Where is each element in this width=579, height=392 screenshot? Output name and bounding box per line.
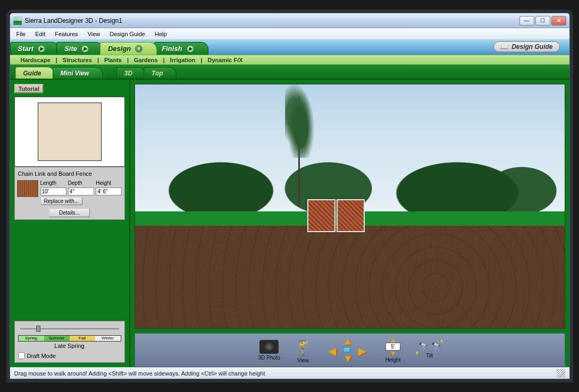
view-tab-bar: Guide Mini View 3D Top <box>10 65 569 80</box>
season-slider[interactable] <box>18 325 121 333</box>
main-area: Tutorial Chain Link and Board Fence Leng… <box>10 80 569 367</box>
current-season-label: Late Spring <box>18 343 121 349</box>
cat-gardens[interactable]: Gardens <box>129 57 163 63</box>
length-input[interactable] <box>40 188 66 195</box>
height-header: Height <box>96 180 122 186</box>
svg-point-2 <box>18 17 21 20</box>
fence-panel <box>307 199 335 232</box>
app-icon <box>13 16 22 25</box>
season-strip: Spring Summer Fall Winter <box>18 335 121 342</box>
draft-mode-label: Draft Mode <box>27 353 56 359</box>
season-summer: Summer <box>44 336 70 341</box>
season-spring: Spring <box>19 336 44 341</box>
tilt-up-icon: ▲ <box>439 337 444 343</box>
step-start[interactable]: Start▶ <box>10 42 60 55</box>
menu-help[interactable]: Help <box>150 30 171 38</box>
play-icon: ▶ <box>38 45 45 53</box>
status-text: Drag mouse to walk around! Adding <Shift… <box>14 370 265 377</box>
play-icon: ▶ <box>187 45 194 53</box>
resize-grip[interactable] <box>557 369 565 378</box>
tilt-control[interactable]: 🔭 🔭 ▲ ▼ Tilt <box>418 342 441 359</box>
menu-features[interactable]: Features <box>51 30 82 38</box>
tall-tree-canopy <box>285 84 317 158</box>
cat-hardscape[interactable]: Hardscape <box>15 57 56 63</box>
app-window: Sierra LandDesigner 3D - Design1 — ☐ ✕ F… <box>10 13 570 379</box>
tab-guide[interactable]: Guide <box>15 67 55 79</box>
helicopter-icon[interactable]: 🚁 <box>298 337 308 347</box>
title-bar: Sierra LandDesigner 3D - Design1 — ☐ ✕ <box>10 13 569 28</box>
design-guide-label: Design Guide <box>511 43 552 50</box>
menu-view[interactable]: View <box>83 30 105 38</box>
cat-structures[interactable]: Structures <box>57 57 97 63</box>
height-input[interactable] <box>96 188 122 195</box>
arrow-up-icon[interactable]: ▲ <box>343 335 354 347</box>
draft-mode-checkbox[interactable] <box>18 352 25 359</box>
fence-object[interactable] <box>307 199 365 232</box>
step-start-label: Start <box>18 45 34 53</box>
3d-control-strip: 3D Photo 🚁 🚶 View ▲ ▼ ◀ ▶ <box>135 333 565 367</box>
menu-design-guide[interactable]: Design Guide <box>105 30 149 38</box>
depth-input[interactable] <box>68 188 94 195</box>
tutorial-button[interactable]: Tutorial <box>14 84 44 93</box>
minimize-button[interactable]: — <box>519 16 534 25</box>
slider-thumb[interactable] <box>36 326 40 332</box>
step-design-label: Design <box>108 45 131 53</box>
view-mode-buttons[interactable]: 🚁 🚶 View <box>297 337 309 363</box>
fence-panel <box>337 199 365 232</box>
nav-center[interactable] <box>343 347 350 352</box>
menu-file[interactable]: File <box>12 30 30 38</box>
dirt-ground <box>135 226 565 328</box>
book-icon: 📖 <box>500 43 508 50</box>
tab-top[interactable]: Top <box>144 67 177 79</box>
arrow-left-icon[interactable]: ◀ <box>328 345 336 357</box>
arrow-down-icon[interactable]: ▼ <box>343 353 354 365</box>
object-detail-panel: Chain Link and Board Fence Length Depth … <box>14 167 125 220</box>
height-up-icon[interactable]: ▲ <box>389 337 397 343</box>
tilt-label: Tilt <box>426 353 433 359</box>
selected-object-name: Chain Link and Board Fence <box>17 169 122 180</box>
arrow-right-icon[interactable]: ▶ <box>358 345 366 357</box>
cat-dynamicfx[interactable]: Dynamic F/X <box>203 57 248 63</box>
season-fall: Fall <box>70 336 95 341</box>
navigation-pad[interactable]: ▲ ▼ ◀ ▶ <box>326 337 368 363</box>
step-design[interactable]: Design▼ <box>100 42 157 55</box>
season-winter: Winter <box>95 336 121 341</box>
walk-icon[interactable]: 🚶 <box>298 348 307 356</box>
step-finish[interactable]: Finish▶ <box>154 42 208 55</box>
tilt-down-icon: ▼ <box>415 350 420 356</box>
step-site[interactable]: Site▶ <box>56 42 103 55</box>
play-icon: ▶ <box>81 45 89 53</box>
3d-viewport[interactable] <box>135 84 565 329</box>
plan-outline <box>38 103 102 161</box>
window-title: Sierra LandDesigner 3D - Design1 <box>25 17 519 24</box>
mini-view-plan[interactable] <box>14 97 125 167</box>
cat-plants[interactable]: Plants <box>99 57 127 63</box>
viewport-column: 3D Photo 🚁 🚶 View ▲ ▼ ◀ ▶ <box>130 80 569 367</box>
replace-with-button[interactable]: Replace with... <box>40 197 83 205</box>
step-finish-label: Finish <box>162 45 182 53</box>
tab-miniview[interactable]: Mini View <box>53 67 103 79</box>
height-down-icon[interactable]: ▼ <box>389 351 397 356</box>
window-buttons: — ☐ ✕ <box>519 16 566 25</box>
camera-icon <box>259 340 279 354</box>
tab-3d[interactable]: 3D <box>116 67 146 79</box>
cat-irrigation[interactable]: Irrigation <box>165 57 201 63</box>
maximize-button[interactable]: ☐ <box>535 16 550 25</box>
close-button[interactable]: ✕ <box>551 16 566 25</box>
view-label: View <box>297 357 309 363</box>
workflow-step-bar: Start▶ Site▶ Design▼ Finish▶ 📖 Design Gu… <box>10 40 569 55</box>
menu-edit[interactable]: Edit <box>31 30 49 38</box>
depth-header: Depth <box>68 180 94 186</box>
left-sidebar: Tutorial Chain Link and Board Fence Leng… <box>10 80 130 367</box>
menu-bar: File Edit Features View Design Guide Hel… <box>10 28 569 40</box>
height-label: Height <box>385 357 401 363</box>
season-panel: Spring Summer Fall Winter Late Spring Dr… <box>14 321 125 363</box>
dropdown-icon: ▼ <box>135 45 142 53</box>
category-bar: Hardscape| Structures| Plants| Gardens| … <box>10 55 569 65</box>
3d-photo-button[interactable]: 3D Photo <box>258 340 280 361</box>
design-guide-button[interactable]: 📖 Design Guide <box>493 41 559 52</box>
details-button[interactable]: Details... <box>49 208 90 217</box>
length-header: Length <box>40 180 66 186</box>
material-swatch[interactable] <box>17 180 38 197</box>
step-site-label: Site <box>64 45 77 53</box>
